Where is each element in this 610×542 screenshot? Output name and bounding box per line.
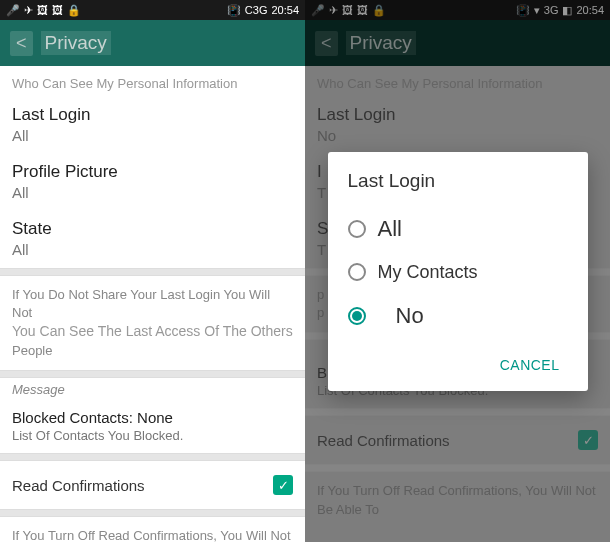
last-login-item[interactable]: Last Login All xyxy=(0,97,305,154)
status-icons-right: 📳 C3G 20:54 xyxy=(227,4,299,17)
divider xyxy=(0,509,305,517)
clock-label: 20:54 xyxy=(271,4,299,16)
profile-picture-value: All xyxy=(12,184,293,201)
info-line-1: If You Do Not Share Your Last Login You … xyxy=(12,286,293,322)
state-value: All xyxy=(12,241,293,258)
blocked-subtitle: List Of Contacts You Blocked. xyxy=(12,428,293,443)
radio-option-no[interactable]: No xyxy=(348,293,568,339)
dialog-title: Last Login xyxy=(348,170,568,192)
state-title: State xyxy=(12,219,293,239)
left-screen: 🎤 ✈ 🖼 🖼 🔒 📳 C3G 20:54 < Privacy Who Can … xyxy=(0,0,305,542)
radio-label-my-contacts: My Contacts xyxy=(378,262,478,283)
divider xyxy=(0,453,305,461)
info-line-2: You Can See The Last Access Of The Other… xyxy=(12,322,293,342)
radio-icon xyxy=(348,220,366,238)
read-confirmations-checkbox[interactable]: ✓ xyxy=(273,475,293,495)
last-login-dialog: Last Login All My Contacts No CANCEL xyxy=(328,152,588,391)
blocked-title: Blocked Contacts: None xyxy=(12,409,293,426)
back-button[interactable]: < xyxy=(10,31,33,56)
radio-label-all: All xyxy=(378,216,402,242)
blocked-contacts-item[interactable]: Blocked Contacts: None List Of Contacts … xyxy=(0,401,305,453)
message-section-label: Message xyxy=(0,378,305,401)
status-icons-left: 🎤 ✈ 🖼 🖼 🔒 xyxy=(6,4,81,17)
lock-icon: 🔒 xyxy=(67,4,81,17)
profile-picture-item[interactable]: Profile Picture All xyxy=(0,154,305,211)
cancel-button[interactable]: CANCEL xyxy=(492,349,568,381)
page-title: Privacy xyxy=(41,31,111,55)
modal-overlay[interactable]: Last Login All My Contacts No CANCEL xyxy=(305,0,610,542)
radio-icon xyxy=(348,263,366,281)
vibrate-icon: 📳 xyxy=(227,4,241,17)
header: < Privacy xyxy=(0,20,305,66)
read-info-text: If You Turn Off Read Confirmations, You … xyxy=(0,517,305,542)
read-confirmations-label: Read Confirmations xyxy=(12,477,145,494)
state-item[interactable]: State All xyxy=(0,211,305,268)
signal-label: C3G xyxy=(245,4,268,16)
radio-option-my-contacts[interactable]: My Contacts xyxy=(348,252,568,293)
divider xyxy=(0,268,305,276)
mic-icon: 🎤 xyxy=(6,4,20,17)
profile-picture-title: Profile Picture xyxy=(12,162,293,182)
radio-label-no: No xyxy=(396,303,424,329)
content-area: Who Can See My Personal Information Last… xyxy=(0,66,305,542)
picture-icon: 🖼 xyxy=(52,4,63,16)
right-screen: 🎤 ✈ 🖼 🖼 🔒 📳 ▾ 3G ◧ 20:54 < Privacy Who C… xyxy=(305,0,610,542)
section-who-label: Who Can See My Personal Information xyxy=(0,66,305,97)
info-block: If You Do Not Share Your Last Login You … xyxy=(0,276,305,370)
divider xyxy=(0,370,305,378)
last-login-value: All xyxy=(12,127,293,144)
status-bar: 🎤 ✈ 🖼 🖼 🔒 📳 C3G 20:54 xyxy=(0,0,305,20)
info-line-3: People xyxy=(12,342,293,360)
image-icon: 🖼 xyxy=(37,4,48,16)
radio-icon-selected xyxy=(348,307,366,325)
read-confirmations-item[interactable]: Read Confirmations ✓ xyxy=(0,461,305,509)
telegram-icon: ✈ xyxy=(24,4,33,17)
last-login-title: Last Login xyxy=(12,105,293,125)
radio-option-all[interactable]: All xyxy=(348,206,568,252)
dialog-actions: CANCEL xyxy=(348,339,568,381)
